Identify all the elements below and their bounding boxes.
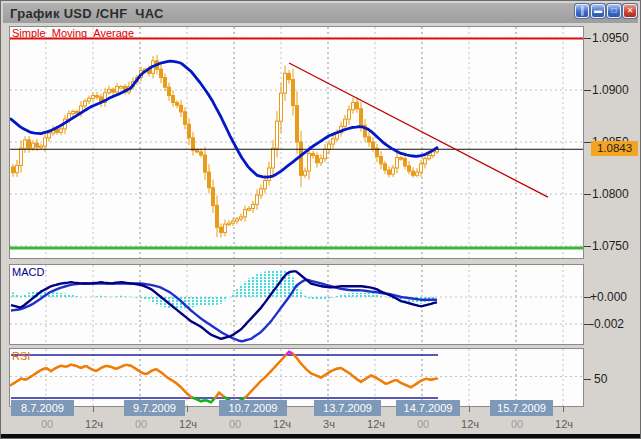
maximize-button[interactable]: □	[607, 4, 621, 18]
date-axis-label: 13.7.2009	[314, 400, 381, 416]
price-axis-tick	[584, 246, 591, 247]
rsi-panel[interactable]	[9, 348, 584, 407]
price-axis-tick	[584, 142, 591, 143]
macd-indicator-label: MACD	[12, 266, 44, 278]
time-axis-label: 12ч	[554, 418, 574, 430]
price-chart[interactable]	[10, 27, 583, 258]
title-bar[interactable]: График USD /CHF ЧАС	[3, 3, 638, 23]
time-axis-tick	[187, 407, 188, 412]
macd-axis-label: -0.002	[590, 317, 624, 331]
price-axis-label: 1.0750	[592, 239, 629, 253]
time-axis-label: 00	[131, 418, 151, 430]
close-button[interactable]: ✕	[623, 4, 637, 18]
rsi-axis-tick	[584, 379, 591, 380]
price-axis-label: 1.0950	[592, 31, 629, 45]
rsi-chart[interactable]	[10, 349, 583, 406]
macd-axis-tick	[584, 297, 591, 298]
rsi-indicator-label: RSI	[12, 350, 30, 362]
date-axis-label: 9.7.2009	[124, 400, 185, 416]
date-axis-label: 15.7.2009	[490, 400, 553, 416]
price-chart-panel[interactable]	[9, 26, 584, 259]
time-axis-label: 00	[37, 418, 57, 430]
time-axis-tick	[563, 407, 564, 412]
time-axis-tick	[93, 407, 94, 412]
time-axis-label: 12ч	[460, 418, 480, 430]
pause-button[interactable]: ║	[575, 4, 589, 18]
price-axis-tick	[584, 90, 591, 91]
sma-indicator-label: Simple_Moving_Average	[12, 27, 134, 39]
window-title: График USD /CHF ЧАС	[3, 6, 164, 21]
price-axis-tick	[584, 38, 591, 39]
rsi-axis-label: 50	[594, 372, 607, 386]
macd-panel[interactable]	[9, 264, 584, 345]
chart-window: График USD /CHF ЧАС ║ ▬ □ ✕ Simple_Movin…	[0, 0, 641, 439]
macd-axis-label: +0.000	[590, 290, 627, 304]
price-axis-label: 1.0800	[592, 187, 629, 201]
macd-chart[interactable]	[10, 265, 583, 344]
price-axis-label: 1.0900	[592, 83, 629, 97]
window-controls: ║ ▬ □ ✕	[575, 4, 637, 18]
window-bottom-border	[1, 434, 641, 438]
price-axis-tick	[584, 194, 591, 195]
date-axis-label: 14.7.2009	[396, 400, 460, 416]
time-axis-label: 00	[507, 418, 527, 430]
time-axis-label: 12ч	[84, 418, 104, 430]
current-price-badge: 1.0843	[591, 141, 638, 156]
time-axis-tick	[469, 407, 470, 412]
time-axis-label: 12ч	[178, 418, 198, 430]
time-axis-label: 12ч	[366, 418, 386, 430]
time-axis-label: 3ч	[319, 418, 339, 430]
time-axis-label: 00	[413, 418, 433, 430]
macd-axis-tick	[584, 324, 591, 325]
date-axis-label: 10.7.2009	[219, 400, 287, 416]
date-axis-label: 8.7.2009	[11, 400, 74, 416]
minimize-button[interactable]: ▬	[591, 4, 605, 18]
time-axis-label: 12ч	[272, 418, 292, 430]
time-axis-label: 00	[225, 418, 245, 430]
